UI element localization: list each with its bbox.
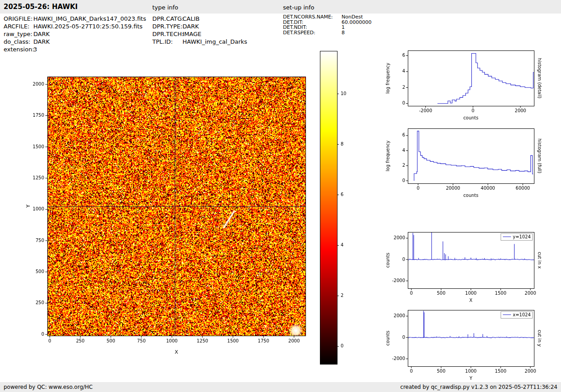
- setup-info-block: DET.NCORRS.NAME:NonDest DET.DIT:60.00000…: [283, 14, 371, 35]
- meta-row: DET.RSPEED:8: [283, 30, 371, 36]
- type-info-heading: type info: [152, 4, 178, 11]
- meta-label: ORIGFILE:: [4, 15, 33, 23]
- meta-value: HAWKI_img_cal_Darks: [182, 38, 247, 45]
- meta-value: DARK: [182, 23, 199, 30]
- meta-value: HAWKI.2025-05-27T10:25:50.159.fits: [33, 23, 142, 30]
- meta-value: 3: [33, 46, 37, 53]
- footer-bar: powered by QC: www.eso.org/HC created by…: [0, 382, 561, 392]
- meta-value: DARK: [33, 31, 50, 37]
- meta-row: extension:3: [4, 46, 146, 53]
- cut-in-y-plot: [383, 305, 547, 388]
- meta-row: do_class:DARK: [4, 38, 146, 46]
- histogram-detail-plot: [383, 45, 547, 126]
- colorbar: [315, 45, 366, 369]
- file-info-block: ORIGFILE:HAWKI_IMG_DARK_Darks147_0023.fi…: [4, 15, 146, 53]
- meta-label: DPR.TYPE:: [152, 23, 182, 30]
- page-title: 2025-05-26: HAWKI: [4, 3, 78, 11]
- meta-label: DET.NCORRS.NAME:: [283, 14, 342, 20]
- meta-label: ARCFILE:: [4, 23, 33, 30]
- meta-label: DPR.TECH:: [152, 30, 182, 38]
- meta-value: CALIB: [182, 15, 200, 22]
- meta-value: IMAGE: [182, 31, 201, 37]
- type-info-block: DPR.CATG:CALIB DPR.TYPE:DARK DPR.TECH:IM…: [152, 15, 247, 46]
- setup-info-heading: set-up info: [283, 4, 315, 11]
- meta-value: HAWKI_IMG_DARK_Darks147_0023.fits: [33, 15, 146, 22]
- footer-created-by: created by qc_rawdisp.py v1.2.3 on 2025-…: [400, 384, 557, 390]
- meta-label: DET.NDIT:: [283, 25, 342, 30]
- meta-row: DPR.TECH:IMAGE: [152, 30, 247, 38]
- cut-in-x-plot: [383, 227, 547, 310]
- meta-label: raw_type:: [4, 30, 33, 38]
- meta-value: 8: [342, 30, 345, 36]
- meta-label: extension:: [4, 46, 33, 53]
- meta-row: DET.NDIT:1: [283, 25, 371, 30]
- meta-row: DPR.TYPE:DARK: [152, 23, 247, 30]
- footer-powered-by: powered by QC: www.eso.org/HC: [4, 384, 93, 390]
- meta-row: raw_type:DARK: [4, 30, 146, 38]
- meta-row: DPR.CATG:CALIB: [152, 15, 247, 23]
- qc-report-page: { "header": { "title": "2025-05-26: HAWK…: [0, 0, 561, 392]
- meta-row: TPL.ID:HAWKI_img_cal_Darks: [152, 38, 247, 46]
- histogram-full-plot: [383, 123, 547, 204]
- raw-image-plot: [18, 59, 315, 369]
- meta-value: 60.0000000: [342, 19, 371, 25]
- meta-row: ARCFILE:HAWKI.2025-05-27T10:25:50.159.fi…: [4, 23, 146, 30]
- meta-label: do_class:: [4, 38, 33, 46]
- meta-label: DET.RSPEED:: [283, 30, 342, 36]
- meta-row: ORIGFILE:HAWKI_IMG_DARK_Darks147_0023.fi…: [4, 15, 146, 23]
- meta-value: DARK: [33, 38, 50, 45]
- meta-label: TPL.ID:: [152, 38, 182, 46]
- meta-label: DPR.CATG:: [152, 15, 182, 23]
- header-bar: 2025-05-26: HAWKI type info set-up info: [0, 0, 561, 14]
